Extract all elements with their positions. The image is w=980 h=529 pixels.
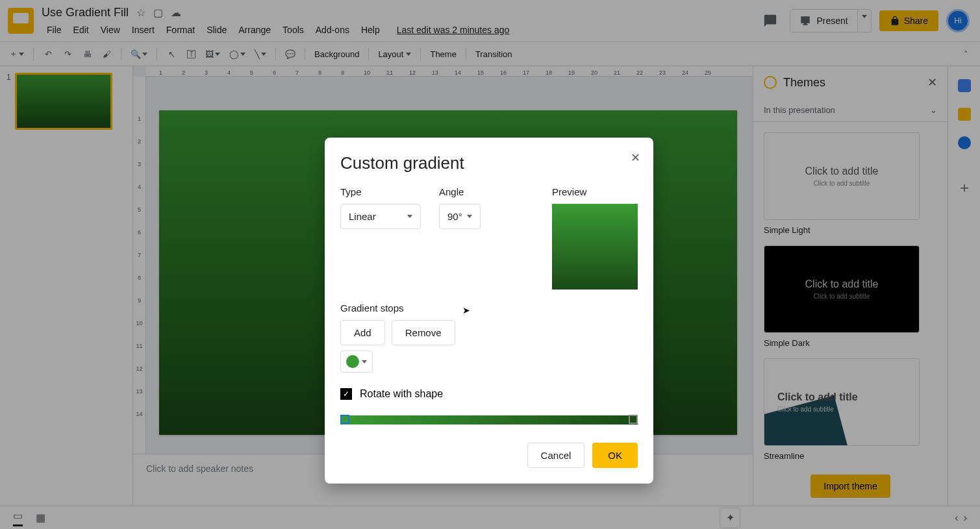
angle-value: 90° xyxy=(447,211,462,222)
gradient-slider[interactable] xyxy=(340,415,638,424)
angle-select[interactable]: 90° xyxy=(439,204,481,229)
cancel-button[interactable]: Cancel xyxy=(527,443,585,468)
gradient-preview xyxy=(552,204,638,289)
dialog-row: Type Linear Angle 90° Preview xyxy=(340,186,638,289)
ok-button[interactable]: OK xyxy=(592,443,638,468)
chevron-down-icon xyxy=(467,215,472,218)
type-select[interactable]: Linear xyxy=(340,204,421,229)
gradient-stop-handle[interactable] xyxy=(340,415,349,424)
stops-row: Add Remove xyxy=(340,320,638,345)
gradient-stop-handle[interactable] xyxy=(629,415,638,424)
preview-label: Preview xyxy=(552,186,638,197)
add-stop-button[interactable]: Add xyxy=(340,320,385,345)
dialog-title: Custom gradient xyxy=(340,153,638,173)
type-value: Linear xyxy=(349,211,376,222)
theme-card-title: Click to add title xyxy=(777,391,858,403)
stops-label: Gradient stops xyxy=(340,302,638,314)
chevron-down-icon xyxy=(362,360,367,363)
remove-stop-button[interactable]: Remove xyxy=(392,320,455,345)
dialog-close-button[interactable]: ✕ xyxy=(631,151,640,165)
type-column: Type Linear xyxy=(340,186,421,289)
color-swatch-icon xyxy=(346,355,359,368)
angle-column: Angle 90° xyxy=(439,186,481,289)
rotate-checkbox[interactable]: ✓ xyxy=(340,388,352,400)
type-label: Type xyxy=(340,186,421,197)
theme-card-sub: Click to add subtitle xyxy=(777,406,834,413)
preview-column: Preview xyxy=(552,186,638,289)
rotate-row: ✓ Rotate with shape xyxy=(340,388,638,400)
custom-gradient-dialog: Custom gradient ✕ Type Linear Angle 90° … xyxy=(325,138,653,484)
dialog-actions: Cancel OK xyxy=(340,443,638,468)
stop-color-picker[interactable] xyxy=(340,351,373,373)
chevron-down-icon xyxy=(407,215,412,218)
angle-label: Angle xyxy=(439,186,481,197)
rotate-label: Rotate with shape xyxy=(360,388,443,400)
